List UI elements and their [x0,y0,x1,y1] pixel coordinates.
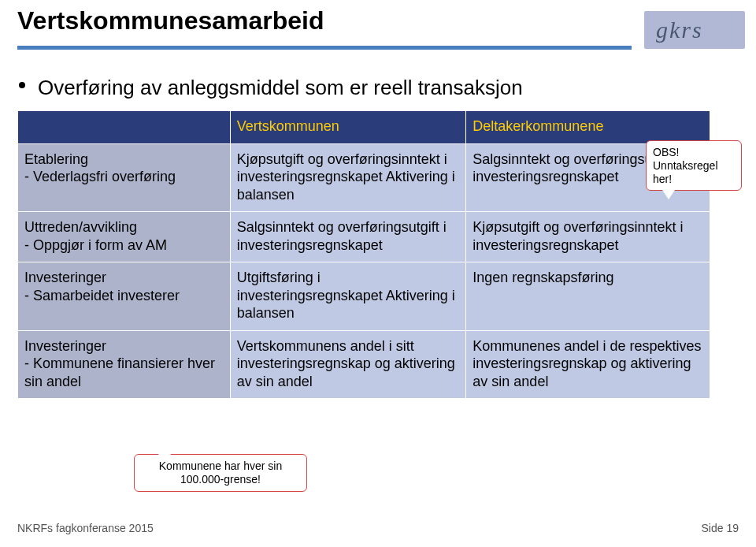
callout-obs-line1: OBS! [653,146,679,158]
row3-col2: Kommunenes andel i de respektives invest… [466,330,710,399]
row0-col1: Kjøpsutgift og overføringsinntekt i inve… [230,143,466,212]
callout-grense-text: Kommunene har hver sin 100.000-grense! [159,460,282,486]
table-row: Investeringer - Samarbeidet investerer U… [18,262,710,331]
row2-label-main: Investeringer [24,270,106,285]
table-row: Investeringer - Kommunene finansierer hv… [18,330,710,399]
row3-label-main: Investeringer [24,338,106,354]
table-row: Etablering - Vederlagsfri overføring Kjø… [18,143,710,212]
row2-col2: Ingen regnskapsføring [466,262,710,331]
row3-label: Investeringer - Kommunene finansierer hv… [18,330,231,399]
row1-col1: Salgsinntekt og overføringsutgift i inve… [230,212,466,262]
header-col1-text: Vertskommunen [237,118,339,134]
bullet-text: Overføring av anleggsmiddel som er reell… [38,76,523,100]
title-divider [17,46,632,50]
footer-left: NKRFs fagkonferanse 2015 [17,522,154,534]
table-row: Uttreden/avvikling - Oppgjør i form av A… [18,212,710,262]
row3-label-sub: - Kommunene finansierer hver sin andel [24,355,224,390]
row0-label-sub: - Vederlagsfri overføring [24,168,224,186]
row0-label-main: Etablering [24,151,88,167]
page-title: Vertskommunesamarbeid [17,6,324,35]
callout-obs-tail [662,190,675,199]
row3-col1: Vertskommunens andel i sitt investerings… [230,330,466,399]
row1-label-sub: - Oppgjør i form av AM [24,236,224,255]
table-header-row: Vertskommunen Deltakerkommunene [18,111,710,144]
row1-label-main: Uttreden/avvikling [24,219,137,235]
header-col2: Deltakerkommunene [466,111,710,144]
logo: gkrs [644,11,745,49]
title-bar: Vertskommunesamarbeid gkrs [0,0,756,68]
logo-svg: gkrs [651,14,738,46]
header-col2-text: Deltakerkommunene [472,118,603,134]
callout-grense-tail [158,445,171,455]
callout-obs: OBS! Unntaksregel her! [646,140,742,191]
callout-grense: Kommunene har hver sin 100.000-grense! [134,454,307,492]
header-col1: Vertskommunen [230,111,466,144]
callout-obs-line2: Unntaksregel her! [653,159,718,185]
content-table: Vertskommunen Deltakerkommunene Etableri… [17,110,710,399]
slide: Vertskommunesamarbeid gkrs Overføring av… [0,0,756,547]
footer-right: Side 19 [702,522,739,534]
row0-label: Etablering - Vederlagsfri overføring [18,143,231,212]
row2-label-sub: - Samarbeidet investerer [24,287,224,305]
row1-label: Uttreden/avvikling - Oppgjør i form av A… [18,212,231,262]
bullet-dot-icon [19,82,25,88]
row1-col2: Kjøpsutgift og overføringsinntekt i inve… [466,212,710,262]
row2-label: Investeringer - Samarbeidet investerer [18,262,231,331]
row2-col1: Utgiftsføring i investeringsregnskapet A… [230,262,466,331]
logo-text: gkrs [656,17,703,43]
header-empty [18,111,231,144]
